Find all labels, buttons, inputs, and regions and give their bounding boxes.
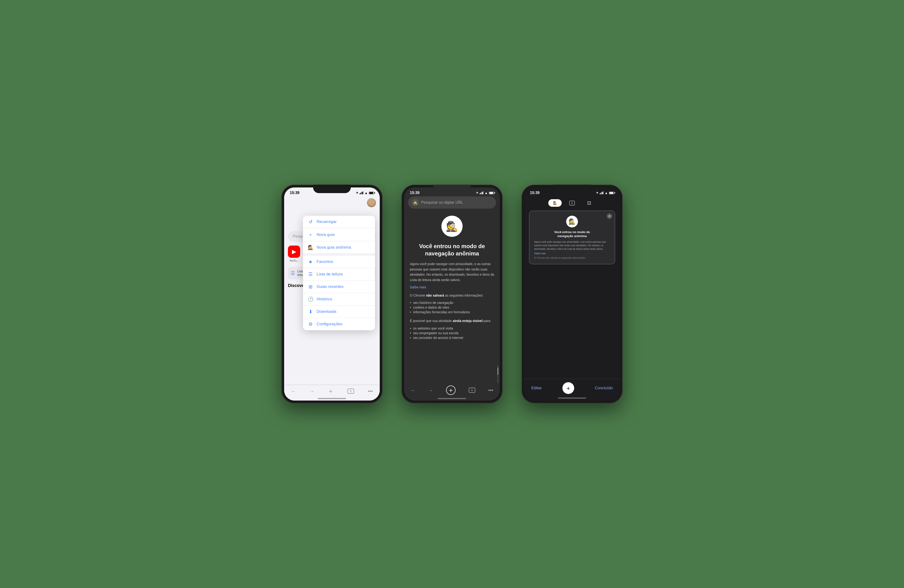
tab-card-footer: O Chrome não salvará as seguintes inform…: [534, 257, 610, 259]
battery-icon-1: [369, 192, 374, 194]
settings-icon: ⚙: [308, 321, 313, 327]
reload-icon: ↺: [308, 219, 313, 225]
battery-icon-2: [489, 192, 494, 194]
signal-bars-1: [359, 191, 363, 194]
add-tab-btn[interactable]: ＋: [563, 382, 574, 394]
tab-btn-incognito[interactable]: 🕵: [548, 199, 562, 207]
notch-2: [433, 184, 471, 193]
scroll-indicator: [498, 365, 498, 384]
more-btn-2[interactable]: •••: [488, 388, 493, 393]
list-item-2: cookies e dados de sites: [410, 305, 494, 310]
tab-btn-normal[interactable]: 1: [564, 199, 579, 207]
home-indicator-3: [558, 397, 586, 399]
incognito-spy-btn-icon: 🕵: [553, 201, 557, 205]
menu-label-reading-list: Lista de leitura: [317, 272, 343, 277]
tab-card-spy-icon: 🕵: [566, 216, 578, 227]
location-icon-2: ✈: [476, 191, 478, 194]
history-icon: 🕐: [308, 296, 313, 302]
reading-list-icon: ☰: [291, 270, 295, 276]
status-time-2: 15:39: [410, 191, 419, 195]
location-icon-1: ✈: [356, 191, 358, 194]
more-btn-1[interactable]: •••: [368, 389, 373, 394]
tab-count-btn-2[interactable]: 1: [469, 388, 475, 393]
menu-label-incognito: Nova guia anônima: [317, 245, 351, 250]
incognito-hat-icon: 🕵: [441, 216, 463, 237]
menu-item-favorites[interactable]: ★ Favoritos: [303, 256, 375, 268]
tab-card-close-btn[interactable]: ✕: [607, 213, 612, 219]
tab-card-title: Você entrou no modo denavegação anônima: [534, 230, 610, 238]
signal-bars-3: [600, 191, 604, 194]
incognito-spy-icon-bar: 🕵: [412, 199, 419, 206]
forward-btn-2[interactable]: →: [428, 388, 433, 393]
group-icon: ⊡: [587, 200, 591, 206]
battery-icon-3: [609, 192, 614, 194]
incognito-icon: 🕵: [308, 244, 313, 250]
newtab-icon: ＋: [308, 232, 313, 238]
list-item-4: os websites que você visita: [410, 326, 494, 331]
tab-count-btn-1[interactable]: 1: [348, 389, 354, 394]
dropdown-menu: ↺ Recarregar ＋ Nova guia 🕵 Nova guia anô…: [303, 216, 375, 330]
menu-item-downloads[interactable]: ⬇ Downloads: [303, 306, 375, 318]
edit-btn[interactable]: Editar: [531, 386, 542, 391]
screen-2: 15:39 ✈ ▲ 🕵 Pe: [404, 188, 500, 400]
menu-label-settings: Configurações: [317, 322, 343, 326]
tab-card-content: 🕵 Você entrou no modo denavegação anônim…: [529, 211, 615, 264]
menu-item-reading-list[interactable]: ☰ Lista de leitura: [303, 268, 375, 281]
tab-cards-area: ✕ 🕵 Você entrou no modo denavegação anôn…: [524, 211, 620, 400]
incognito-url-placeholder: Pesquisar ou digitar URL: [421, 200, 463, 205]
status-time-1: 15:39: [290, 191, 299, 195]
menu-item-new-tab[interactable]: ＋ Nova guia: [303, 228, 375, 241]
menu-label-recent-tabs: Guias recentes: [317, 284, 343, 289]
menu-item-recent-tabs[interactable]: ⊞ Guias recentes: [303, 281, 375, 293]
menu-divider: [303, 254, 375, 256]
tab-btn-group[interactable]: ⊡: [582, 198, 596, 208]
forward-btn-1[interactable]: →: [310, 389, 314, 394]
tab-card-saiba-mais[interactable]: Saiba mais: [534, 252, 610, 255]
shortcut-youtube[interactable]: ▶ YouTu...: [288, 246, 300, 262]
home-indicator-2: [438, 398, 466, 399]
incognito-list-1: seu histórico de navegação cookies e dad…: [410, 300, 494, 314]
list-item-3: informações fornecidas em formulários: [410, 310, 494, 314]
menu-label-history: Histórico: [317, 297, 332, 301]
wifi-icon-3: ▲: [605, 191, 608, 195]
recent-tabs-icon: ⊞: [308, 284, 313, 290]
incognito-list-2: os websites que você visita seu empregad…: [410, 326, 494, 340]
incognito-saiba-mais-link[interactable]: Saiba mais: [410, 285, 494, 289]
location-icon-3: ✈: [596, 191, 599, 194]
menu-item-incognito[interactable]: 🕵 Nova guia anônima: [303, 241, 375, 254]
menu-label-downloads: Downloads: [317, 309, 337, 314]
wifi-icon-2: ▲: [485, 191, 488, 195]
menu-item-history[interactable]: 🕐 Histórico: [303, 293, 375, 306]
status-icons-1: ✈ ▲: [356, 191, 374, 195]
signal-bars-2: [480, 191, 484, 194]
wifi-icon-1: ▲: [364, 191, 368, 195]
list-item-5: seu empregador ou sua escola: [410, 331, 494, 336]
incognito-url-bar[interactable]: 🕵 Pesquisar ou digitar URL: [408, 196, 496, 209]
menu-label-favorites: Favoritos: [317, 259, 333, 264]
reading-list-menu-icon: ☰: [308, 271, 313, 277]
status-time-3: 15:39: [530, 191, 540, 195]
status-icons-3: ✈ ▲: [596, 191, 614, 195]
chrome-toolbar-1: [284, 196, 380, 210]
notch-3: [553, 184, 591, 193]
tab-switcher-bar: 🕵 1 ⊡: [524, 196, 620, 211]
home-indicator-1: [318, 398, 346, 399]
done-btn[interactable]: Concluído: [595, 386, 613, 391]
menu-item-reload[interactable]: ↺ Recarregar: [303, 216, 375, 228]
phones-container: 15:39 ✈ ▲: [281, 184, 623, 404]
list-item-1: seu histórico de navegação: [410, 300, 494, 305]
incognito-content: 🕵 Você entrou no modo denavegação anônim…: [404, 209, 500, 348]
back-btn-1[interactable]: ←: [291, 389, 296, 394]
phone-2: 15:39 ✈ ▲ 🕵 Pe: [401, 184, 503, 404]
tab-card-incognito[interactable]: ✕ 🕵 Você entrou no modo denavegação anôn…: [529, 211, 615, 264]
tab-count-icon: 1: [569, 201, 575, 206]
screen-3: 15:39 ✈ ▲ 🕵: [524, 188, 620, 400]
menu-item-settings[interactable]: ⚙ Configurações: [303, 318, 375, 330]
avatar[interactable]: [367, 198, 376, 207]
new-tab-btn-2[interactable]: ＋: [446, 386, 455, 395]
back-btn-2[interactable]: ←: [411, 388, 416, 393]
phone-3: 15:39 ✈ ▲ 🕵: [522, 184, 623, 404]
incognito-title: Você entrou no modo denavegação anônima: [410, 243, 494, 257]
menu-label-newtab: Nova guia: [317, 232, 335, 237]
new-tab-btn-1[interactable]: ＋: [328, 387, 333, 395]
